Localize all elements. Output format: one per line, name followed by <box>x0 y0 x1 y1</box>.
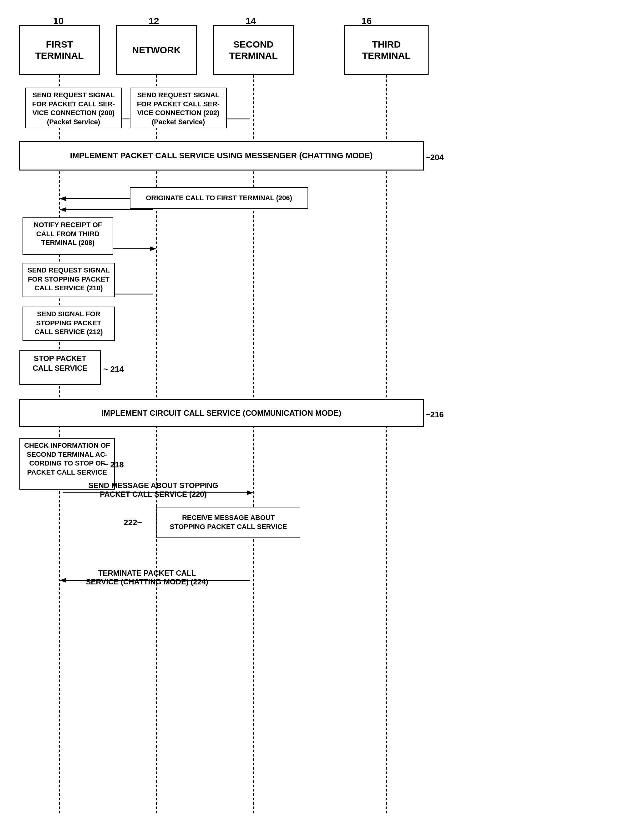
step-200-box: SEND REQUEST SIGNALFOR PACKET CALL SER-V… <box>25 88 122 128</box>
step-220-label: SEND MESSAGE ABOUT STOPPINGPACKET CALL S… <box>78 481 229 499</box>
svg-marker-19 <box>247 491 253 495</box>
ref-214: ~ 214 <box>103 364 124 374</box>
step-216-box: IMPLEMENT CIRCUIT CALL SERVICE (COMMUNIC… <box>19 399 424 427</box>
sequence-diagram: 10 12 14 16 FIRSTTERMINAL NETWORK SECOND… <box>0 0 641 840</box>
step-222-box: RECEIVE MESSAGE ABOUTSTOPPING PACKET CAL… <box>156 507 300 538</box>
step-204-box: IMPLEMENT PACKET CALL SERVICE USING MESS… <box>19 141 424 171</box>
ref-218: ~ 218 <box>103 460 124 470</box>
ref-204: ~204 <box>425 153 444 163</box>
step-206-box: ORIGINATE CALL TO FIRST TERMINAL (206) <box>130 187 308 209</box>
step-208-box: NOTIFY RECEIPT OFCALL FROM THIRDTERMINAL… <box>23 217 113 255</box>
step-210-box: SEND REQUEST SIGNALFOR STOPPING PACKETCA… <box>23 263 115 297</box>
svg-marker-15 <box>150 246 156 251</box>
svg-marker-11 <box>60 196 66 201</box>
ref-216: ~216 <box>425 410 444 420</box>
ref-222: 222~ <box>124 518 142 528</box>
svg-marker-21 <box>60 578 66 583</box>
step-214-box: STOP PACKETCALL SERVICE <box>19 351 101 385</box>
step-224-label: TERMINATE PACKET CALLSERVICE (CHATTING M… <box>66 569 229 586</box>
step-202-box: SEND REQUEST SIGNALFOR PACKET CALL SER-V… <box>130 88 227 128</box>
svg-marker-13 <box>60 208 66 212</box>
step-212-box: SEND SIGNAL FORSTOPPING PACKETCALL SERVI… <box>23 307 115 341</box>
